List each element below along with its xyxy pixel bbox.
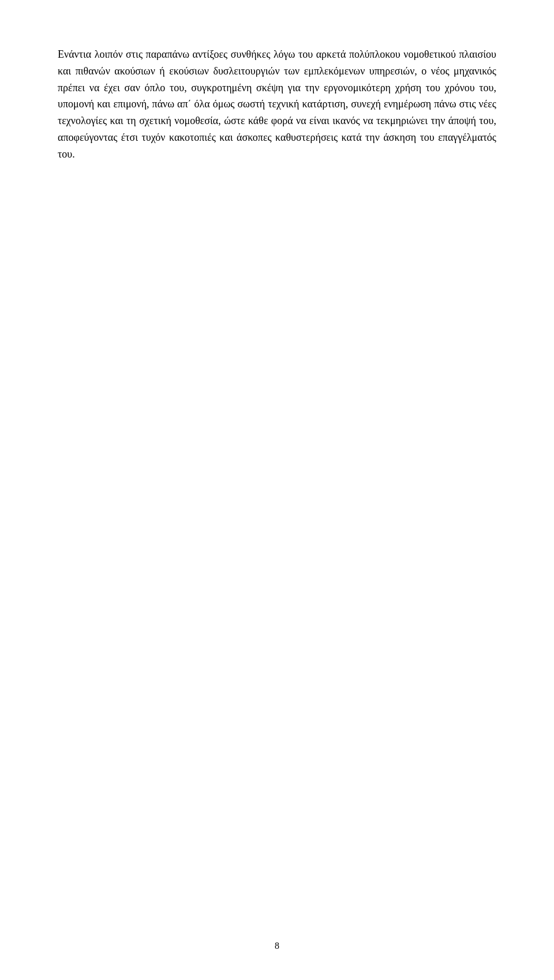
- page: Ενάντια λοιπόν στις παραπάνω αντίξοες συ…: [0, 0, 554, 980]
- main-paragraph: Ενάντια λοιπόν στις παραπάνω αντίξοες συ…: [58, 46, 496, 163]
- page-number: 8: [275, 941, 279, 951]
